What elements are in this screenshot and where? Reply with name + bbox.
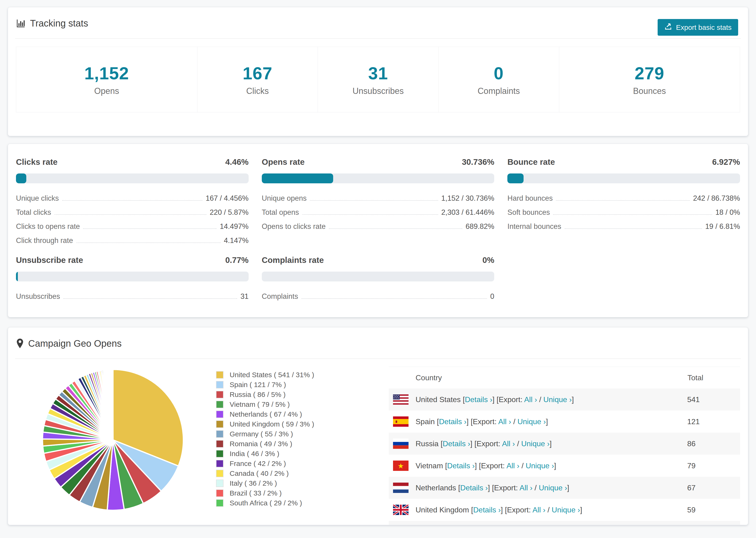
export-basic-stats-button[interactable]: Export basic stats bbox=[658, 19, 738, 36]
country-name: United Kingdom bbox=[415, 506, 471, 514]
header-divider bbox=[15, 38, 741, 39]
country-text: United States [Details ›] [Export: All ›… bbox=[415, 395, 574, 404]
details-link[interactable]: Details › bbox=[439, 417, 466, 426]
progress-bar-fill bbox=[262, 174, 333, 183]
export-all-link[interactable]: All › bbox=[519, 484, 532, 492]
bracket: ] [Export: bbox=[492, 395, 524, 404]
legend-label: Russia ( 86 / 5% ) bbox=[230, 391, 286, 399]
geo-table-row-vietnam: Vietnam [Details ›] [Export: All › / Uni… bbox=[389, 455, 740, 477]
bracket: ] [Export: bbox=[466, 417, 498, 426]
stat-cell-unsubscribes: 31Unsubscribes bbox=[318, 47, 438, 112]
stat-cell-complaints: 0Complaints bbox=[438, 47, 559, 112]
export-all-link[interactable]: All › bbox=[532, 506, 545, 514]
dotted-leader bbox=[310, 200, 438, 201]
country-text: Spain [Details ›] [Export: All › / Uniqu… bbox=[415, 417, 548, 426]
rates-grid: Clicks rate4.46%Unique clicks167 / 4.456… bbox=[16, 157, 740, 301]
legend-swatch bbox=[216, 450, 224, 457]
flag-nl-icon bbox=[393, 483, 408, 493]
legend-item-united-states: United States ( 541 / 31% ) bbox=[216, 370, 380, 380]
country-cell-russia: Russia [Details ›] [Export: All › / Uniq… bbox=[389, 433, 687, 455]
export-all-link[interactable]: All › bbox=[498, 417, 511, 426]
details-link[interactable]: Details › bbox=[473, 506, 501, 514]
legend-item-italy: Italy ( 36 / 2% ) bbox=[216, 478, 380, 488]
rate-rows: Complaints0 bbox=[262, 292, 495, 301]
rate-rows: Unique opens1,152 / 30.736%Total opens2,… bbox=[262, 194, 495, 231]
rate-row-label: Click through rate bbox=[16, 237, 73, 245]
export-unique-link[interactable]: Unique › bbox=[552, 506, 580, 514]
legend-label: Romania ( 49 / 3% ) bbox=[230, 440, 292, 448]
rate-section-head: Complaints rate0% bbox=[262, 255, 495, 265]
legend-swatch bbox=[216, 489, 224, 497]
total-cell-spain: 121 bbox=[687, 410, 740, 433]
legend-swatch bbox=[216, 410, 224, 418]
dotted-leader bbox=[553, 214, 712, 215]
rate-rows: Unsubscribes31 bbox=[16, 292, 249, 301]
progress-bar-track bbox=[262, 174, 495, 183]
rate-row-label: Unsubscribes bbox=[16, 292, 60, 301]
stat-label: Opens bbox=[94, 86, 119, 96]
rate-title: Unsubscribe rate bbox=[16, 255, 83, 265]
export-unique-link[interactable]: Unique › bbox=[539, 484, 567, 492]
export-unique-link[interactable]: Unique › bbox=[526, 461, 554, 470]
rate-value: 30.736% bbox=[462, 157, 494, 167]
country-cell-content: Spain [Details ›] [Export: All › / Uniqu… bbox=[389, 416, 687, 427]
dotted-leader bbox=[556, 200, 690, 201]
dotted-leader bbox=[83, 228, 216, 229]
rate-row-soft-bounces: Soft bounces18 / 0% bbox=[507, 208, 740, 217]
rate-row-label: Internal bounces bbox=[507, 222, 561, 231]
country-cell-united-states: United States [Details ›] [Export: All ›… bbox=[389, 389, 687, 410]
rate-row-hard-bounces: Hard bounces242 / 86.738% bbox=[507, 194, 740, 202]
geo-body: United States ( 541 / 31% )Spain ( 121 /… bbox=[16, 367, 740, 525]
rate-row-label: Unique opens bbox=[262, 194, 307, 202]
rate-row-value: 1,152 / 30.736% bbox=[441, 194, 495, 202]
export-all-link[interactable]: All › bbox=[524, 395, 537, 404]
rate-section-head: Opens rate30.736% bbox=[262, 157, 495, 167]
details-link[interactable]: Details › bbox=[465, 395, 492, 404]
country-cell-content: Russia [Details ›] [Export: All › / Uniq… bbox=[389, 439, 687, 449]
geo-table-row-germany: Germany [Details ›] [Export: All › / Uni… bbox=[389, 521, 740, 525]
rate-title: Bounce rate bbox=[507, 157, 555, 167]
flag-es-icon bbox=[393, 416, 408, 427]
map-pin-icon bbox=[16, 338, 24, 349]
rate-row-click-through-rate: Click through rate4.147% bbox=[16, 237, 249, 245]
flag-ru-icon bbox=[393, 439, 408, 449]
legend-swatch bbox=[216, 430, 224, 438]
slash: / bbox=[532, 484, 539, 492]
country-text: Russia [Details ›] [Export: All › / Uniq… bbox=[415, 439, 552, 448]
stat-label: Bounces bbox=[633, 86, 666, 96]
legend-swatch bbox=[216, 401, 224, 408]
export-unique-link[interactable]: Unique › bbox=[521, 439, 550, 448]
progress-bar-fill bbox=[507, 174, 523, 183]
geo-opens-pie-chart bbox=[40, 367, 186, 512]
progress-bar-track bbox=[507, 174, 740, 183]
geo-table-row-united-kingdom: United Kingdom [Details ›] [Export: All … bbox=[389, 499, 740, 521]
rate-title: Clicks rate bbox=[16, 157, 58, 167]
export-all-link[interactable]: All › bbox=[507, 461, 519, 470]
export-all-link[interactable]: All › bbox=[502, 439, 515, 448]
details-link[interactable]: Details › bbox=[447, 461, 475, 470]
rate-row-total-opens: Total opens2,303 / 61.446% bbox=[262, 208, 495, 217]
flag-us-icon bbox=[393, 394, 408, 405]
slash: / bbox=[515, 439, 521, 448]
details-link[interactable]: Details › bbox=[443, 439, 470, 448]
rate-row-value: 0 bbox=[490, 292, 494, 301]
total-cell-russia: 86 bbox=[687, 433, 740, 455]
details-link[interactable]: Details › bbox=[460, 484, 488, 492]
geo-table-wrap: Country Total United States [Details ›] … bbox=[389, 367, 740, 525]
country-cell-spain: Spain [Details ›] [Export: All › / Uniqu… bbox=[389, 410, 687, 433]
rate-rows: Unique clicks167 / 4.456%Total clicks220… bbox=[16, 194, 249, 245]
stat-value: 31 bbox=[368, 63, 388, 83]
export-unique-link[interactable]: Unique › bbox=[517, 417, 546, 426]
rate-section-head: Clicks rate4.46% bbox=[16, 157, 249, 167]
legend-item-romania: Romania ( 49 / 3% ) bbox=[216, 439, 380, 449]
rate-row-value: 18 / 0% bbox=[715, 208, 740, 217]
campaign-geo-opens-card: Campaign Geo Opens United States ( 541 /… bbox=[8, 327, 748, 525]
export-unique-link[interactable]: Unique › bbox=[543, 395, 572, 404]
country-cell-vietnam: Vietnam [Details ›] [Export: All › / Uni… bbox=[389, 455, 687, 477]
legend-item-united-kingdom: United Kingdom ( 59 / 3% ) bbox=[216, 419, 380, 429]
bracket: ] bbox=[554, 461, 556, 470]
legend-label: Brazil ( 33 / 2% ) bbox=[230, 489, 282, 497]
rate-row-unsubscribes: Unsubscribes31 bbox=[16, 292, 249, 301]
geo-header: Campaign Geo Opens bbox=[8, 327, 748, 349]
dotted-leader bbox=[329, 228, 462, 229]
